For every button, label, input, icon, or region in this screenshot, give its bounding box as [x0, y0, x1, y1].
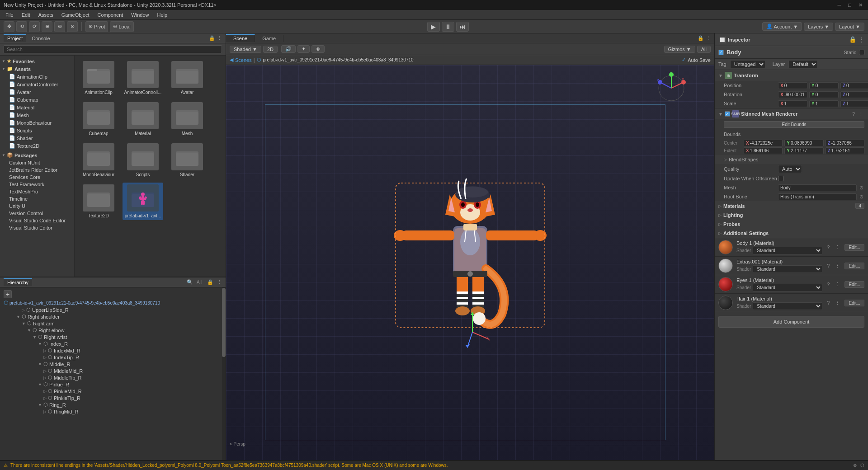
- mat-help-body1[interactable]: ?: [826, 244, 830, 250]
- hier-item-indexMidR[interactable]: ▷ ⬡ IndexMid_R: [0, 347, 226, 354]
- scene-panel-lock[interactable]: 🔒: [698, 35, 704, 41]
- transform-options-btn[interactable]: ⋮: [858, 73, 864, 79]
- scene-panel-menu[interactable]: ⋮: [706, 35, 711, 41]
- position-x-field[interactable]: X 0: [778, 82, 807, 89]
- hierarchy-search-icon[interactable]: 🔍: [187, 279, 193, 285]
- hier-item-middleMidR[interactable]: ▷ ⬡ MiddleMid_R: [0, 367, 226, 374]
- menu-item-gameobject[interactable]: GameObject: [58, 11, 93, 19]
- hier-prefab-root[interactable]: ⬡ prefab-id-v1_avtr_09291e21-0ae9-4745-9…: [0, 299, 226, 306]
- skinned-mesh-header[interactable]: ▼ SMR Skinned Mesh Renderer ? ⋮: [715, 108, 868, 119]
- all-btn[interactable]: All: [697, 46, 711, 53]
- hier-item-rightShoulder[interactable]: ▼ ⬡ Right shoulder: [0, 313, 226, 320]
- center-z-field[interactable]: Z -1.037086: [826, 140, 864, 146]
- probes-header[interactable]: ▷ Probes: [715, 220, 868, 229]
- layer-dropdown[interactable]: Default: [788, 60, 818, 68]
- hier-item-pinkieMidR[interactable]: ▷ ⬡ PinkieMid_R: [0, 388, 226, 395]
- material-ball-body1[interactable]: [718, 240, 733, 254]
- mat-help-extras[interactable]: ?: [826, 263, 830, 268]
- tree-item-custom-nunit[interactable]: Custom NUnit: [0, 159, 74, 166]
- rootbone-picker-btn[interactable]: ⊙: [859, 193, 864, 200]
- hierarchy-menu-icon[interactable]: ⋮: [217, 279, 222, 285]
- asset-animcontroller[interactable]: AnimatorControll...: [123, 59, 163, 97]
- skinned-mesh-help-btn[interactable]: ?: [851, 111, 856, 117]
- mat-help-eyes[interactable]: ?: [826, 282, 830, 287]
- asset-mesh[interactable]: Mesh: [167, 100, 208, 138]
- packages-section[interactable]: ▼ 📦 Packages: [0, 151, 74, 159]
- lighting-header[interactable]: ▷ Lighting: [715, 211, 868, 220]
- hier-item-middleTipR[interactable]: ▷ ⬡ MiddleTip_R: [0, 374, 226, 381]
- tree-item-cubemap[interactable]: 📄 Cubemap: [0, 96, 74, 103]
- rotation-x-field[interactable]: X -90.00001: [778, 91, 807, 98]
- asset-monobehaviour[interactable]: MonoBehaviour: [78, 141, 119, 179]
- close-btn[interactable]: ✕: [857, 2, 864, 8]
- tree-item-rider[interactable]: JetBrains Rider Editor: [0, 166, 74, 174]
- tab-game[interactable]: Game: [255, 35, 283, 42]
- update-offscreen-checkbox[interactable]: [778, 176, 783, 181]
- rect-tool[interactable]: ⊗: [54, 21, 65, 32]
- panel-lock-icon[interactable]: 🔒: [209, 35, 215, 41]
- scale-tool[interactable]: ⊕: [42, 21, 52, 32]
- material-ball-eyes[interactable]: [718, 277, 733, 291]
- autosave-checkbox[interactable]: ✓: [682, 57, 686, 63]
- rotate-tool[interactable]: ⟳: [29, 21, 40, 32]
- skinned-mesh-enabled[interactable]: [725, 111, 730, 117]
- dimension-btn[interactable]: 2D: [263, 46, 278, 53]
- mat-edit-extras[interactable]: Edit...: [844, 263, 864, 269]
- tree-item-vscode-editor[interactable]: Visual Studio Code Editor: [0, 217, 74, 224]
- blendshapes-header[interactable]: ▷ BlendShapes: [715, 155, 868, 164]
- edit-bounds-btn[interactable]: Edit Bounds: [724, 121, 864, 128]
- layers-dropdown[interactable]: Layers ▼: [804, 23, 833, 31]
- asset-scripts[interactable]: Scripts: [123, 141, 163, 179]
- quality-dropdown[interactable]: Auto: [778, 165, 802, 173]
- materials-header[interactable]: ▷ Materials 4: [715, 201, 868, 211]
- tree-item-services-core[interactable]: Services Core: [0, 174, 74, 181]
- asset-animclip[interactable]: AnimationClip: [78, 59, 119, 97]
- add-component-btn[interactable]: Add Component: [718, 316, 864, 328]
- position-z-field[interactable]: Z 0: [840, 82, 868, 89]
- hier-scrollbar[interactable]: [222, 287, 226, 460]
- material-ball-extras[interactable]: [718, 258, 733, 273]
- hier-item-ringR[interactable]: ▼ ⬡ Ring_R: [0, 401, 226, 408]
- layout-dropdown[interactable]: Layout ▼: [835, 23, 864, 31]
- move-tool[interactable]: ⟲: [16, 21, 27, 32]
- center-y-field[interactable]: Y 0.0896990: [784, 140, 823, 146]
- rotation-y-field[interactable]: Y 0: [809, 91, 839, 98]
- transform-tool[interactable]: ⊙: [67, 21, 78, 32]
- hier-scroll-thumb[interactable]: [222, 288, 226, 357]
- mat-options-eyes[interactable]: ⋮: [834, 282, 841, 287]
- hier-item-pinkieR[interactable]: ▼ ⬡ Pinkie_R: [0, 381, 226, 388]
- tab-scene[interactable]: Scene: [226, 34, 255, 42]
- mat-edit-hair[interactable]: Edit...: [844, 300, 864, 306]
- scale-y-field[interactable]: Y 1: [809, 100, 839, 107]
- tree-item-scripts[interactable]: 📄 Scripts: [0, 127, 74, 134]
- extent-x-field[interactable]: X 1.869146: [744, 147, 783, 154]
- asset-prefab[interactable]: prefab-id-v1_avt...: [123, 183, 163, 220]
- tree-item-timeline[interactable]: Timeline: [0, 195, 74, 202]
- asset-cubemap[interactable]: Cubemap: [78, 100, 119, 138]
- hier-item-middleR[interactable]: ▼ ⬡ Middle_R: [0, 361, 226, 367]
- scale-x-field[interactable]: X 1: [778, 100, 807, 107]
- rootbone-field[interactable]: Hips (Transform): [778, 193, 857, 200]
- tree-item-version-control[interactable]: Version Control: [0, 210, 74, 217]
- menu-item-edit[interactable]: Edit: [18, 11, 34, 19]
- minimize-btn[interactable]: ─: [836, 2, 843, 8]
- audio-btn[interactable]: 🔊: [281, 45, 296, 53]
- fx-btn[interactable]: ✦: [297, 45, 310, 53]
- position-y-field[interactable]: Y 0: [809, 82, 839, 89]
- material-ball-hair[interactable]: [718, 296, 733, 310]
- extent-z-field[interactable]: Z 1.752161: [826, 147, 864, 154]
- tree-item-textmeshpro[interactable]: TextMeshPro: [0, 188, 74, 195]
- asset-avatar[interactable]: Avatar: [167, 59, 208, 97]
- tree-item-mesh[interactable]: 📄 Mesh: [0, 111, 74, 119]
- hier-item-rightElbow[interactable]: ▼ ⬡ Right elbow: [0, 327, 226, 334]
- tree-item-avatar[interactable]: 📄 Avatar: [0, 88, 74, 96]
- hier-item-upperLipSide[interactable]: ▷ ⬡ UpperLipSide_R: [0, 306, 226, 313]
- menu-item-assets[interactable]: Assets: [35, 11, 57, 19]
- mat-options-body1[interactable]: ⋮: [834, 244, 841, 250]
- pause-btn[interactable]: ⏸: [442, 22, 454, 32]
- menu-item-file[interactable]: File: [2, 11, 17, 19]
- body-enabled-checkbox[interactable]: [718, 50, 724, 55]
- panel-menu-icon[interactable]: ⋮: [217, 35, 222, 41]
- asset-texture2d[interactable]: Texture2D: [78, 183, 119, 220]
- rotation-z-field[interactable]: Z 0: [840, 91, 868, 98]
